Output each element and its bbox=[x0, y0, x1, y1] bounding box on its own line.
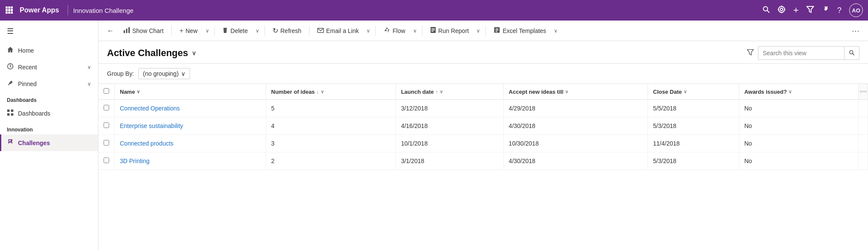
row-select-1[interactable] bbox=[104, 122, 109, 128]
group-by-value: (no grouping) bbox=[143, 70, 178, 77]
view-filter-button[interactable] bbox=[747, 49, 754, 57]
help-icon[interactable]: ? bbox=[837, 6, 841, 15]
svg-rect-20 bbox=[11, 110, 14, 112]
th-ideas-label: Number of ideas bbox=[271, 89, 315, 95]
sidebar-item-pinned[interactable]: Pinned ∨ bbox=[0, 75, 98, 92]
row-name-1[interactable]: Enterprise sustainability bbox=[115, 117, 266, 135]
table-wrapper: Name ∨ Number of ideas ↓ ∨ bbox=[98, 84, 868, 250]
sidebar-item-home[interactable]: Home bbox=[0, 42, 98, 59]
svg-rect-0 bbox=[6, 6, 8, 9]
row-close-3: 5/3/2018 bbox=[648, 152, 739, 170]
row-name-2[interactable]: Connected products bbox=[115, 135, 266, 152]
th-awards-issued[interactable]: Awards issued? ∨ bbox=[739, 84, 858, 100]
email-link-button[interactable]: Email a Link bbox=[313, 25, 363, 37]
svg-point-33 bbox=[850, 50, 853, 54]
target-icon[interactable] bbox=[778, 6, 785, 15]
filter-icon[interactable] bbox=[806, 6, 814, 15]
th-checkbox[interactable] bbox=[98, 84, 115, 100]
row-name-0[interactable]: Connected Operations bbox=[115, 100, 266, 117]
th-ideas-sort-asc[interactable]: ↓ bbox=[316, 89, 319, 94]
email-link-label: Email a Link bbox=[326, 27, 359, 34]
view-header: Active Challenges ∨ bbox=[98, 41, 868, 64]
row-close-0: 5/5/2018 bbox=[648, 100, 739, 117]
view-title-chevron[interactable]: ∨ bbox=[192, 50, 196, 57]
select-all-checkbox[interactable] bbox=[104, 88, 109, 94]
excel-templates-dropdown-button[interactable]: ∨ bbox=[552, 25, 559, 36]
group-by-bar: Group By: (no grouping) ∨ bbox=[98, 64, 868, 84]
svg-point-12 bbox=[780, 8, 783, 11]
refresh-button[interactable]: ↻ Refresh bbox=[268, 24, 306, 37]
svg-rect-1 bbox=[8, 6, 10, 9]
dashboards-icon bbox=[7, 109, 14, 117]
run-report-dropdown-button[interactable]: ∨ bbox=[475, 25, 482, 36]
flow-dropdown-button[interactable]: ∨ bbox=[411, 25, 419, 36]
back-button[interactable]: ← bbox=[104, 24, 117, 37]
row-checkbox-1[interactable] bbox=[98, 117, 115, 135]
view-header-right bbox=[747, 46, 859, 60]
excel-templates-button[interactable]: Excel Templates bbox=[489, 24, 550, 37]
th-accept-till[interactable]: Accept new ideas till ∨ bbox=[503, 84, 648, 100]
row-launch-0: 3/12/2018 bbox=[395, 100, 503, 117]
row-resize-2 bbox=[859, 135, 868, 152]
row-select-2[interactable] bbox=[104, 140, 109, 146]
sidebar-item-challenges[interactable]: Challenges bbox=[0, 134, 98, 151]
delete-label: Delete bbox=[231, 27, 248, 34]
group-by-select[interactable]: (no grouping) ∨ bbox=[138, 68, 190, 79]
show-chart-button[interactable]: Show Chart bbox=[119, 24, 168, 37]
sidebar-pinned-label: Pinned bbox=[18, 80, 83, 87]
th-launch-sort[interactable]: ↑ bbox=[435, 89, 438, 94]
search-icon[interactable] bbox=[762, 6, 770, 15]
row-select-0[interactable] bbox=[104, 105, 109, 110]
th-ideas-dropdown[interactable]: ∨ bbox=[321, 89, 324, 95]
svg-rect-22 bbox=[11, 113, 14, 116]
th-awards-dropdown[interactable]: ∨ bbox=[788, 89, 792, 95]
user-avatar[interactable]: AO bbox=[849, 3, 863, 17]
delete-dropdown-button[interactable]: ∨ bbox=[254, 25, 261, 36]
add-icon[interactable]: + bbox=[793, 5, 799, 16]
th-close-dropdown[interactable]: ∨ bbox=[684, 89, 687, 95]
th-name[interactable]: Name ∨ bbox=[115, 84, 266, 100]
th-name-sort[interactable]: ∨ bbox=[137, 89, 140, 95]
row-checkbox-0[interactable] bbox=[98, 100, 115, 117]
table-body: Connected Operations 5 3/12/2018 4/29/20… bbox=[98, 100, 868, 170]
flow-button[interactable]: Flow bbox=[379, 24, 410, 37]
sidebar-item-recent[interactable]: Recent ∨ bbox=[0, 59, 98, 75]
grid-icon[interactable] bbox=[5, 6, 13, 15]
row-resize-3 bbox=[859, 152, 868, 170]
search-box bbox=[758, 46, 859, 60]
more-button[interactable]: ⋯ bbox=[848, 24, 863, 38]
row-select-3[interactable] bbox=[104, 158, 109, 163]
th-launch-dropdown[interactable]: ∨ bbox=[440, 89, 443, 95]
sidebar-item-dashboards[interactable]: Dashboards bbox=[0, 105, 98, 122]
top-nav: Power Apps Innovation Challenge + bbox=[0, 0, 868, 21]
th-accept-dropdown[interactable]: ∨ bbox=[565, 89, 568, 95]
recent-chevron: ∨ bbox=[87, 64, 91, 70]
settings-icon[interactable] bbox=[822, 6, 829, 15]
th-launch-date[interactable]: Launch date ↑ ∨ bbox=[395, 84, 503, 100]
row-launch-1: 4/16/2018 bbox=[395, 117, 503, 135]
email-link-dropdown-button[interactable]: ∨ bbox=[365, 25, 372, 36]
th-number-of-ideas[interactable]: Number of ideas ↓ ∨ bbox=[266, 84, 395, 100]
svg-rect-19 bbox=[7, 110, 10, 112]
new-button[interactable]: + New bbox=[175, 24, 202, 37]
run-report-label: Run Report bbox=[438, 27, 469, 34]
row-ideas-2: 3 bbox=[266, 135, 395, 152]
row-checkbox-2[interactable] bbox=[98, 135, 115, 152]
sidebar-challenges-label: Challenges bbox=[18, 140, 91, 146]
row-name-3[interactable]: 3D Printing bbox=[115, 152, 266, 170]
row-checkbox-3[interactable] bbox=[98, 152, 115, 170]
excel-templates-icon bbox=[493, 27, 500, 35]
view-title: Active Challenges ∨ bbox=[107, 48, 196, 59]
search-button[interactable] bbox=[844, 46, 859, 60]
search-input[interactable] bbox=[758, 50, 844, 57]
svg-rect-24 bbox=[126, 29, 127, 33]
delete-button[interactable]: Delete bbox=[218, 24, 252, 37]
table-header-row: Name ∨ Number of ideas ↓ ∨ bbox=[98, 84, 868, 100]
run-report-button[interactable]: Run Report bbox=[426, 24, 473, 37]
svg-line-10 bbox=[767, 10, 770, 12]
new-dropdown-button[interactable]: ∨ bbox=[204, 25, 211, 36]
hamburger-icon[interactable]: ☰ bbox=[0, 21, 98, 42]
sidebar-home-label: Home bbox=[18, 47, 91, 54]
th-close-date[interactable]: Close Date ∨ bbox=[648, 84, 739, 100]
toolbar-sep-7 bbox=[485, 26, 486, 36]
